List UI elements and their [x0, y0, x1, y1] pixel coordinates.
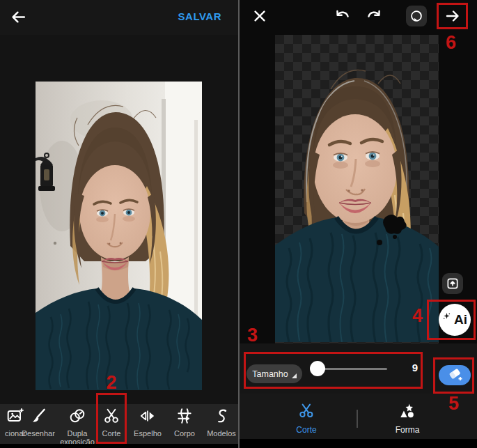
tool-modelos[interactable]: Modelos — [199, 407, 238, 438]
cutout-screen: 6 — [240, 0, 477, 448]
original-photo — [36, 82, 202, 390]
redo-button[interactable] — [365, 7, 383, 25]
bottom-strip — [240, 439, 477, 448]
double-exposure-icon — [68, 407, 86, 427]
editor-top-bar: SALVAR — [0, 0, 238, 35]
annotation-number-5: 5 — [448, 394, 459, 413]
tool-label: Modelos — [207, 429, 236, 438]
tool-label: Corpo — [174, 429, 195, 438]
close-icon — [252, 15, 267, 26]
annotation-number-4: 4 — [412, 307, 423, 325]
tab-label: Forma — [396, 425, 420, 435]
tab-forma[interactable]: Forma — [396, 402, 420, 435]
tool-desenhar[interactable]: Desenhar — [16, 407, 61, 438]
save-button[interactable]: SALVAR — [178, 10, 221, 22]
annotation-box-ai-button — [427, 300, 476, 340]
squiggle-icon — [212, 407, 230, 427]
annotation-number-6: 6 — [446, 33, 456, 52]
cutout-top-bar — [240, 0, 477, 35]
annotation-box-corte-tool — [96, 393, 127, 444]
bottom-strip — [0, 444, 238, 448]
shapes-icon — [398, 402, 416, 422]
cutout-tabs: Corte Forma — [240, 394, 477, 439]
sticker-preview-icon — [406, 18, 427, 29]
back-button[interactable] — [10, 8, 27, 26]
undo-button[interactable] — [334, 7, 352, 25]
undo-icon — [334, 17, 352, 27]
mirror-icon — [139, 407, 157, 427]
upload-image-icon — [442, 286, 463, 296]
insert-image-button[interactable] — [442, 273, 463, 294]
body-icon — [175, 407, 194, 427]
tab-label: Corte — [296, 425, 316, 435]
sticker-preview-button[interactable] — [406, 6, 427, 26]
arrow-left-icon — [10, 17, 27, 28]
annotation-number-2: 2 — [96, 373, 127, 392]
tool-label: Espelho — [134, 429, 162, 438]
close-button[interactable] — [252, 8, 267, 24]
cutout-canvas[interactable] — [275, 35, 439, 343]
annotation-box-size-control — [244, 352, 423, 389]
tool-label: Desenhar — [22, 429, 55, 438]
redo-icon — [365, 17, 383, 27]
editor-screen: SALVAR — [0, 0, 238, 448]
annotation-box-eraser-button — [433, 357, 474, 394]
annotation-box-next-button — [437, 3, 468, 29]
annotation-number-3: 3 — [247, 326, 258, 345]
tutorial-screenshot: SALVAR — [0, 0, 477, 448]
brush-icon — [29, 407, 47, 427]
scissors-icon — [298, 402, 315, 422]
tab-divider — [357, 410, 358, 428]
tab-corte[interactable]: Corte — [296, 402, 316, 435]
